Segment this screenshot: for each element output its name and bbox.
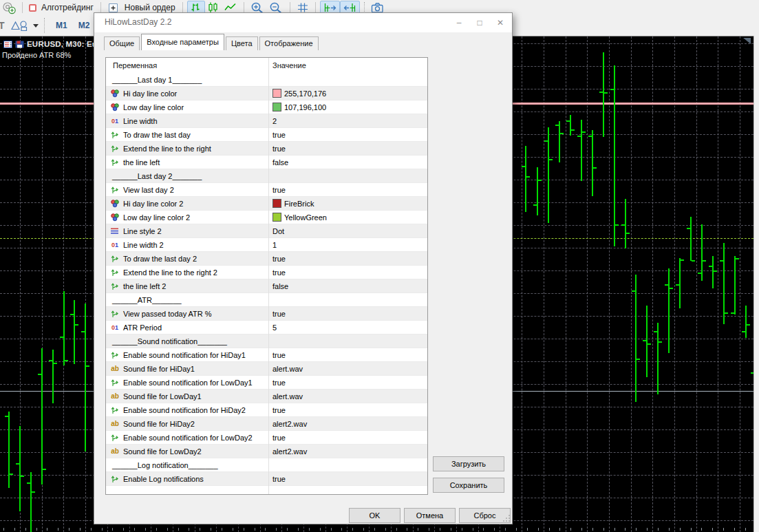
toolbar-separator (100, 2, 101, 13)
parameter-name: Enable Log notifications (123, 475, 204, 483)
parameter-row[interactable]: the line left 2false (106, 279, 427, 293)
minimize-button[interactable]: – (449, 14, 469, 30)
parameter-value[interactable]: true (272, 131, 286, 139)
ohlc-bar (8, 412, 10, 488)
bool-icon (110, 350, 120, 359)
parameter-row[interactable]: To draw the last daytrue (106, 128, 427, 142)
parameter-value[interactable]: false (272, 282, 288, 290)
section-row[interactable]: ______Last day 1_______ (106, 73, 427, 87)
maximize-button[interactable]: □ (469, 14, 490, 30)
parameter-value[interactable]: 2 (272, 117, 277, 125)
parameter-row[interactable]: Enable sound notification for HiDay2true (106, 403, 427, 417)
section-row[interactable]: ______ATR_______ (106, 293, 427, 307)
new-order-button[interactable]: Новый ордер (125, 3, 175, 12)
parameter-row[interactable]: View last day 2true (106, 183, 427, 197)
parameter-name: Low day line color (123, 103, 184, 111)
signal-icon[interactable] (0, 1, 18, 14)
parameter-name: Hi day line color 2 (123, 200, 183, 208)
parameter-row[interactable]: abSound file for LowDay2alert2.wav (106, 445, 427, 458)
parameter-row[interactable]: Enable sound notification for LowDay1tru… (106, 376, 427, 390)
parameter-value[interactable]: true (272, 186, 286, 194)
cancel-button[interactable]: Отмена (404, 508, 456, 523)
bool-icon (110, 130, 120, 139)
parameter-row[interactable]: Enable sound notification for HiDay1true (106, 348, 427, 362)
ohlc-bar (592, 130, 593, 196)
ohlc-bar (19, 426, 21, 511)
timeframe-m2-button[interactable]: M2 (78, 21, 90, 30)
dialog-tab[interactable]: Отображение (259, 36, 319, 50)
dialog-titlebar[interactable]: HiLowLastDay 2.2 –□✕ (94, 13, 512, 32)
parameter-value[interactable]: 107,196,100 (284, 103, 326, 111)
parameter-row[interactable]: abSound file for HiDay1alert.wav (106, 362, 427, 376)
autotrading-icon[interactable] (27, 1, 39, 14)
parameter-name: Line width (123, 117, 158, 125)
parameter-value[interactable]: true (272, 255, 286, 263)
parameter-row[interactable]: Extend the line to the right 2true (106, 266, 427, 279)
parameter-row[interactable]: 01Line width 21 (106, 238, 427, 252)
parameter-value[interactable]: Dot (272, 227, 284, 235)
parameter-row[interactable]: Enable sound notification for LowDay2tru… (106, 431, 427, 445)
ohlc-bar (559, 121, 560, 162)
color-icon (110, 89, 120, 98)
parameter-value[interactable]: true (272, 310, 286, 318)
parameter-value[interactable]: true (272, 434, 286, 442)
parameter-row[interactable]: Line style 2Dot (106, 224, 427, 238)
close-button[interactable]: ✕ (490, 14, 511, 30)
parameter-value[interactable]: true (272, 268, 286, 277)
parameter-value[interactable]: true (272, 475, 286, 483)
bool-icon (110, 268, 120, 277)
parameter-value[interactable]: true (272, 406, 286, 414)
parameter-value[interactable]: 255,170,176 (284, 89, 326, 98)
parameter-row[interactable]: View passed today ATR %true (106, 307, 427, 321)
parameter-row[interactable]: abSound file for LowDay1alert.wav (106, 390, 427, 403)
ok-button[interactable]: OK (349, 508, 400, 523)
parameter-row[interactable]: Hi day line color255,170,176 (106, 87, 427, 100)
dialog-tab[interactable]: Общие (104, 36, 140, 50)
bool-icon (110, 144, 120, 153)
parameter-value[interactable]: true (272, 351, 286, 359)
parameter-row[interactable]: abSound file for HiDay2alert2.wav (106, 417, 427, 431)
parameter-row[interactable]: 01Line width2 (106, 114, 427, 128)
chart-shift-marker[interactable] (743, 38, 751, 44)
section-row[interactable]: ______Last day 2_______ (106, 169, 427, 183)
parameter-row[interactable]: Low day line color 2YellowGreen (106, 211, 427, 224)
parameter-value[interactable]: 5 (272, 323, 277, 332)
ohlc-bar (63, 291, 65, 365)
parameter-value[interactable]: FireBrick (284, 200, 314, 208)
ohlc-bar (581, 120, 582, 181)
chevron-down-icon[interactable] (33, 24, 39, 28)
parameter-row[interactable]: 01ATR Period5 (106, 321, 427, 334)
shapes-tool-icon[interactable] (8, 19, 31, 32)
parameter-value[interactable]: true (272, 145, 286, 153)
save-button[interactable]: Сохранить (433, 478, 504, 493)
parameter-value[interactable]: alert2.wav (272, 447, 307, 456)
parameter-name: ______Last day 2_______ (112, 172, 202, 180)
parameter-value[interactable]: YellowGreen (284, 213, 327, 222)
integer-icon: 01 (110, 118, 120, 125)
parameter-name: the line left 2 (123, 282, 166, 290)
mt4-window: Алготрейдинг Новый ордер (0, 0, 759, 532)
cursor-tool-icon[interactable]: T (0, 20, 8, 31)
ohlc-bar (668, 268, 670, 353)
load-button[interactable]: Загрузить (433, 456, 504, 471)
parameter-value[interactable]: alert.wav (272, 365, 303, 373)
section-row[interactable]: ______Log notification_______ (106, 458, 427, 472)
parameter-value[interactable]: alert.wav (272, 392, 303, 401)
parameter-value[interactable]: true (272, 379, 286, 387)
parameter-value[interactable]: alert2.wav (272, 420, 307, 428)
dialog-tab[interactable]: Цвета (226, 36, 258, 50)
parameter-row[interactable]: Extend the line to the righttrue (106, 142, 427, 156)
parameter-row[interactable]: Low day line color107,196,100 (106, 100, 427, 114)
resize-grip[interactable] (503, 515, 511, 522)
parameter-value[interactable]: 1 (272, 241, 277, 249)
autotrading-button[interactable]: Алготрейдинг (41, 3, 94, 12)
parameter-row[interactable]: Hi day line color 2FireBrick (106, 197, 427, 211)
ohlc-bar (41, 348, 43, 485)
parameter-value[interactable]: false (272, 158, 288, 167)
section-row[interactable]: ______Sound notification_______ (106, 334, 427, 348)
parameter-row[interactable]: To draw the last day 2true (106, 252, 427, 266)
timeframe-m1-button[interactable]: M1 (56, 21, 67, 30)
dialog-tab[interactable]: Входные параметры (141, 34, 224, 50)
parameter-row[interactable]: Enable Log notificationstrue (106, 472, 427, 486)
parameter-row[interactable]: the line leftfalse (106, 156, 427, 169)
